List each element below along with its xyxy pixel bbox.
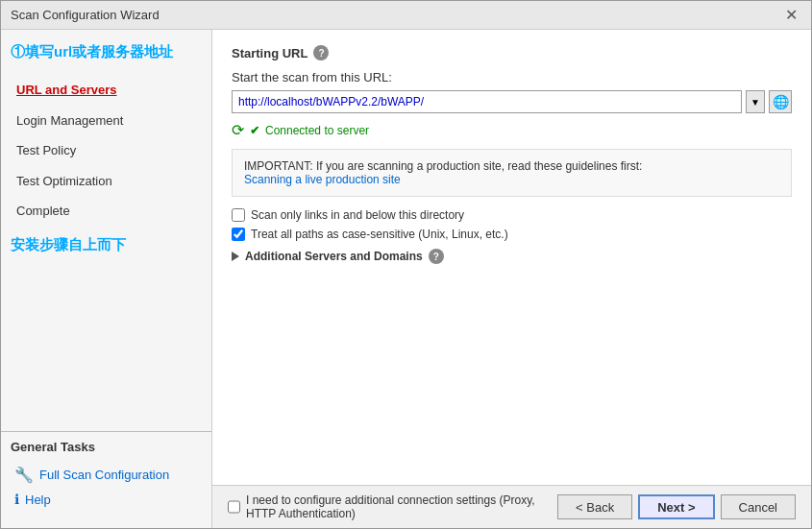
check-icon: ✔ [250, 124, 259, 137]
checkbox-scan-links[interactable] [232, 208, 245, 222]
checkbox-scan-links-row: Scan only links in and below this direct… [232, 208, 792, 222]
general-tasks-title: General Tasks [11, 440, 202, 454]
url-row: ▼ 🌐 [232, 90, 792, 113]
sidebar: ①填写url或者服务器地址 URL and Servers Login Mana… [1, 30, 212, 528]
close-button[interactable]: ✕ [781, 6, 801, 24]
additional-help-icon[interactable]: ? [429, 249, 444, 264]
url-label: Start the scan from this URL: [232, 70, 792, 84]
main-window: Scan Configuration Wizard ✕ ①填写url或者服务器地… [0, 0, 812, 529]
additional-connection-label: I need to configure additional connectio… [246, 493, 550, 520]
production-link[interactable]: Scanning a live production site [244, 173, 401, 186]
url-dropdown-button[interactable]: ▼ [746, 90, 765, 113]
additional-connection-row: I need to configure additional connectio… [228, 493, 550, 520]
right-panel: Starting URL ? Start the scan from this … [212, 30, 811, 528]
connection-status: Connected to server [265, 124, 369, 137]
help-circle-icon: ℹ [14, 492, 19, 507]
additional-servers-label: Additional Servers and Domains [245, 250, 423, 263]
sidebar-annotation-bottom: 安装步骤自上而下 [1, 232, 211, 262]
additional-servers-row[interactable]: Additional Servers and Domains ? [232, 249, 792, 264]
next-button[interactable]: Next > [638, 494, 714, 519]
back-button[interactable]: < Back [557, 494, 632, 519]
expand-icon [232, 252, 239, 261]
url-globe-button[interactable]: 🌐 [769, 90, 792, 113]
additional-connection-checkbox[interactable] [228, 500, 240, 514]
title-bar: Scan Configuration Wizard ✕ [1, 1, 811, 30]
checkbox-case-sensitive[interactable] [232, 228, 245, 241]
checkbox-case-sensitive-label: Treat all paths as case-sensitive (Unix,… [251, 228, 508, 241]
url-input[interactable] [232, 90, 742, 113]
important-box: IMPORTANT: If you are scanning a product… [232, 149, 792, 197]
general-tasks: General Tasks 🔧 Full Scan Configuration … [1, 431, 211, 518]
bottom-bar: I need to configure additional connectio… [212, 485, 811, 528]
refresh-icon[interactable]: ⟳ [232, 121, 244, 139]
sidebar-item-test-policy[interactable]: Test Policy [1, 135, 211, 166]
window-title: Scan Configuration Wizard [11, 8, 160, 22]
sidebar-annotation-top: ①填写url或者服务器地址 [1, 39, 211, 69]
important-text: IMPORTANT: If you are scanning a product… [244, 159, 779, 173]
checkbox-scan-links-label: Scan only links in and below this direct… [251, 208, 464, 222]
sidebar-item-test-optimization[interactable]: Test Optimization [1, 166, 211, 197]
sidebar-item-login-management[interactable]: Login Management [1, 106, 211, 136]
checkbox-case-sensitive-row: Treat all paths as case-sensitive (Unix,… [232, 228, 792, 241]
right-top: Starting URL ? Start the scan from this … [212, 30, 811, 485]
section-title-text: Starting URL [232, 46, 308, 60]
sidebar-item-complete[interactable]: Complete [1, 196, 211, 227]
help-item[interactable]: ℹ Help [11, 488, 202, 511]
section-title: Starting URL ? [232, 45, 792, 60]
cancel-button[interactable]: Cancel [721, 494, 796, 519]
main-content: ①填写url或者服务器地址 URL and Servers Login Mana… [1, 30, 811, 528]
bottom-buttons: < Back Next > Cancel [557, 494, 796, 519]
tool-icon: 🔧 [14, 466, 34, 484]
sidebar-nav: URL and Servers Login Management Test Po… [1, 69, 211, 232]
full-scan-config-item[interactable]: 🔧 Full Scan Configuration [11, 462, 202, 488]
sidebar-item-url-servers[interactable]: URL and Servers [1, 75, 211, 106]
section-help-icon[interactable]: ? [313, 45, 329, 60]
connection-row: ⟳ ✔ Connected to server [232, 121, 792, 139]
